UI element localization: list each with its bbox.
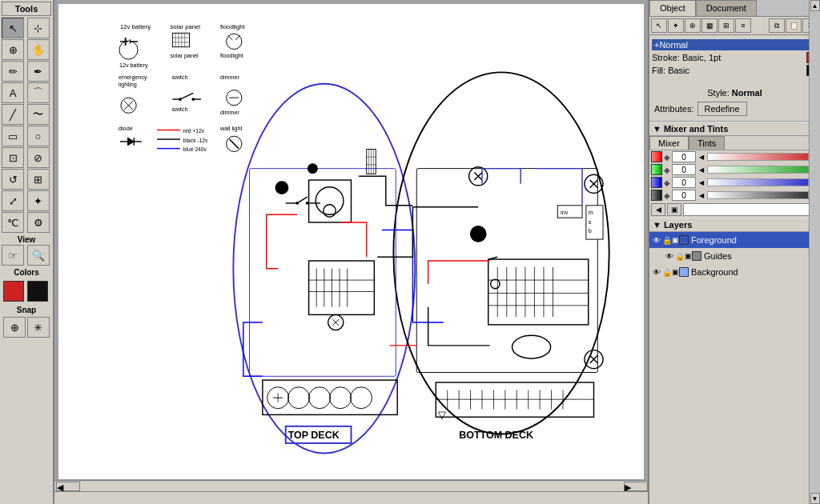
layer-name-background: Background	[691, 267, 738, 277]
mixer-color-name-input[interactable]	[683, 203, 818, 216]
panel-tool-arrow[interactable]: ↖	[651, 18, 667, 33]
mixer-section-header[interactable]: ▼ Mixer and Tints ☰	[649, 122, 820, 136]
mixer-tabs: Mixer Tints	[649, 136, 820, 150]
pencil-tool[interactable]: ✏	[2, 61, 24, 82]
svg-point-101	[288, 387, 310, 409]
stroke-row: Stroke: Basic, 1pt	[652, 52, 818, 63]
symbol-tool[interactable]: ⚙	[27, 212, 50, 233]
scroll-left-btn[interactable]: ◀	[56, 482, 80, 491]
style-section: +Normal ▼ Stroke: Basic, 1pt Fill: Basic…	[649, 35, 820, 122]
mixer-arrow-icon: ▼	[653, 124, 661, 134]
calligraphy-tool[interactable]: ℃	[2, 212, 24, 233]
panel-tool-link[interactable]: ⊕	[685, 18, 701, 33]
line-tool[interactable]: ╱	[2, 104, 24, 125]
scale-tool[interactable]: ⊞	[27, 169, 50, 190]
mixer-arrow-left-2[interactable]: ◀	[699, 179, 704, 186]
snap-btn-2[interactable]: ✳	[27, 317, 50, 338]
zoom-tool[interactable]: ⊕	[2, 39, 24, 60]
panel-tool-table[interactable]: ▦	[701, 18, 718, 33]
bezier-tool[interactable]: ⌒	[27, 82, 50, 103]
star-tool[interactable]: ✦	[27, 190, 50, 211]
mixer-action-swatch[interactable]: ◀	[651, 203, 665, 216]
background-color-box[interactable]	[27, 281, 48, 302]
skew-tool[interactable]: ⤢	[2, 190, 24, 211]
layer-lock-background[interactable]: 🔒	[662, 268, 672, 277]
layer-lock-foreground[interactable]: 🔒	[662, 236, 672, 245]
panel-tool-copy[interactable]: ⧉	[769, 18, 785, 33]
mixer-input-2[interactable]	[672, 177, 696, 188]
scroll-up-btn[interactable]: ▲	[810, 0, 820, 11]
panel-tool-paste[interactable]: 📋	[786, 18, 802, 33]
layer-eye-background[interactable]: 👁	[653, 268, 661, 277]
svg-text:m: m	[589, 209, 593, 216]
style-scroll-arrow[interactable]: ▼	[652, 78, 818, 86]
right-panel: Object Document ↖ ✦ ⊕ ▦ ⊞ ≡ ⧉ 📋 ✕ +Norma…	[648, 0, 820, 504]
mixer-slider-1[interactable]	[707, 166, 809, 174]
mixer-slider-3[interactable]	[707, 191, 809, 199]
mixer-arrow-left-1[interactable]: ◀	[699, 166, 704, 174]
svg-line-19	[235, 35, 240, 40]
layer-lock-guides[interactable]: 🔒	[675, 252, 685, 261]
layer-eye-foreground[interactable]: 👁	[653, 236, 661, 245]
svg-text:s: s	[589, 218, 592, 226]
crop-tool[interactable]: ⊡	[2, 147, 24, 168]
snap-btn-1[interactable]: ⊕	[3, 317, 26, 338]
svg-text:12v battery: 12v battery	[120, 23, 151, 30]
svg-rect-107	[436, 382, 593, 417]
mixer-input-0[interactable]	[672, 151, 696, 162]
mixer-tab-tints[interactable]: Tints	[689, 136, 725, 150]
svg-point-102	[309, 387, 331, 409]
snap-section: ⊕ ✳	[2, 315, 51, 339]
panel-tool-align[interactable]: ≡	[735, 18, 751, 33]
layer-eye-guides[interactable]: 👁	[665, 252, 673, 261]
eyedropper-tool[interactable]: ✒	[27, 61, 50, 82]
freehand-tool[interactable]: 〜	[27, 104, 50, 125]
mixer-tab-mixer[interactable]: Mixer	[649, 136, 689, 150]
fill-tool[interactable]: ⊘	[27, 147, 50, 168]
ellipse-tool[interactable]: ○	[27, 126, 50, 146]
redefine-button[interactable]: Redefine	[697, 102, 747, 116]
mixer-arrow-left-0[interactable]: ◀	[699, 154, 704, 161]
mixer-action-add[interactable]: ▣	[667, 203, 681, 216]
scroll-right-btn[interactable]: ▶	[624, 482, 648, 491]
mixer-arrow-left-3[interactable]: ◀	[699, 192, 704, 199]
layer-name-foreground: Foreground	[691, 235, 737, 245]
tab-document[interactable]: Document	[696, 0, 757, 16]
svg-text:diode: diode	[119, 125, 133, 132]
style-mode-dropdown[interactable]: +Normal ▼	[652, 39, 818, 50]
mixer-slider-2[interactable]	[707, 178, 809, 186]
text-tool[interactable]: A	[2, 82, 24, 103]
mixer-input-1[interactable]	[672, 164, 696, 175]
foreground-color-box[interactable]	[3, 281, 24, 302]
layer-background[interactable]: 👁 🔒 ▣ Background	[649, 264, 820, 280]
canvas-container[interactable]: 12v battery 12v battery solar panel sola…	[54, 0, 648, 491]
rect-tool[interactable]: ▭	[2, 126, 24, 146]
node-select-tool[interactable]: ⊹	[27, 18, 50, 38]
fill-label: Fill: Basic	[652, 66, 689, 75]
view-section-label: View	[2, 235, 51, 244]
mixer-diamond-2: ◆	[664, 178, 670, 187]
svg-point-31	[191, 98, 195, 101]
layers-section-header[interactable]: ▼ Layers ☰	[649, 218, 820, 232]
mixer-input-3[interactable]	[672, 190, 696, 201]
layer-foreground[interactable]: 👁 🔒 ▣ Foreground ▶	[649, 232, 820, 248]
panel-tool-star[interactable]: ✦	[668, 18, 684, 33]
svg-point-66	[275, 182, 287, 194]
select-tool[interactable]: ↖	[2, 18, 24, 38]
layers-section-title: Layers	[664, 220, 692, 230]
svg-rect-8	[172, 33, 189, 46]
hand-tool[interactable]: ☞	[2, 245, 24, 266]
rotate-tool[interactable]: ↺	[2, 169, 24, 190]
svg-text:floodlight: floodlight	[220, 52, 243, 59]
layer-guides[interactable]: 👁 🔒 ▣ Guides	[649, 248, 820, 264]
horizontal-scrollbar[interactable]: ◀ ▶	[54, 480, 648, 491]
svg-line-18	[228, 35, 233, 40]
tab-object[interactable]: Object	[649, 0, 696, 16]
scroll-down-btn[interactable]: ▼	[810, 493, 820, 504]
magnify-tool[interactable]: 🔍	[27, 245, 50, 266]
panel-tool-duplicate[interactable]: ⊞	[718, 18, 734, 33]
mixer-slider-0[interactable]	[707, 153, 809, 161]
pan-tool[interactable]: ✋	[27, 39, 50, 60]
color-section	[2, 278, 51, 303]
svg-point-130	[306, 202, 309, 205]
